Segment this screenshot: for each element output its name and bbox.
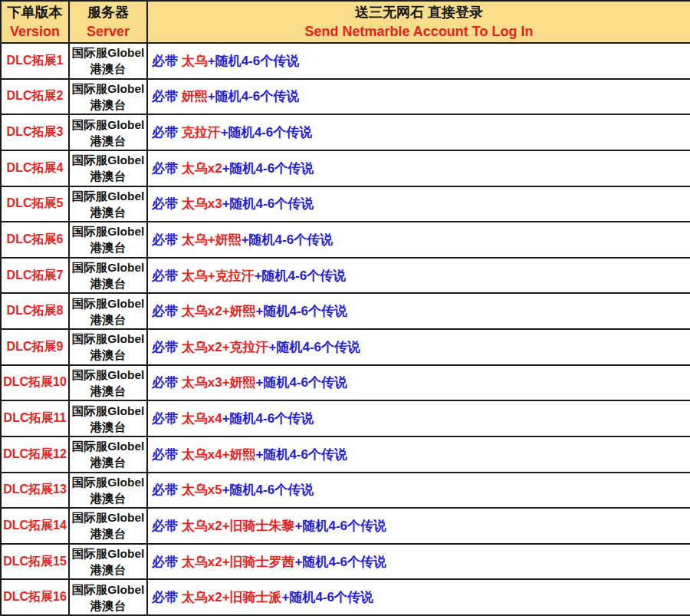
table-row: DLC拓展12 国际服Globel 港澳台 必带 太乌x4+妍熙+随机4-6个传… xyxy=(1,436,690,473)
description-prefix: 必带 xyxy=(152,196,182,211)
description-cell: 必带 妍熙+随机4-6个传说 xyxy=(147,79,690,115)
description-highlight: 太乌+妍熙 xyxy=(182,232,242,247)
table-row: DLC拓展4 国际服Globel 港澳台 必带 太乌x2+随机4-6个传说 xyxy=(1,150,690,186)
description-suffix: +随机4-6个传说 xyxy=(282,590,374,604)
table-row: DLC拓展3 国际服Globel 港澳台 必带 克拉汗+随机4-6个传说 xyxy=(1,114,690,150)
server-label-line2: 港澳台 xyxy=(70,454,146,470)
description-suffix: +随机4-6个传说 xyxy=(222,411,314,426)
server-label-line2: 港澳台 xyxy=(70,347,146,363)
server-cell: 国际服Globel 港澳台 xyxy=(69,114,147,150)
version-cell: DLC拓展14 xyxy=(1,508,69,544)
description-prefix: 必带 xyxy=(152,590,182,604)
table-row: DLC拓展5 国际服Globel 港澳台 必带 太乌x3+随机4-6个传说 xyxy=(1,186,690,222)
version-label: DLC拓展10 xyxy=(3,375,67,388)
description-suffix: +随机4-6个传说 xyxy=(295,555,387,569)
server-label-line2: 港澳台 xyxy=(70,419,146,435)
version-cell: DLC拓展13 xyxy=(1,473,69,509)
server-label-line1: 国际服Globel xyxy=(70,117,146,133)
description-prefix: 必带 xyxy=(152,411,182,426)
description-prefix: 必带 xyxy=(152,519,182,533)
description-highlight: 太乌x2+旧骑士罗茜 xyxy=(182,555,295,569)
description-highlight: 太乌 xyxy=(182,54,208,68)
server-cell: 国际服Globel 港澳台 xyxy=(69,150,147,186)
description-suffix: +随机4-6个传说 xyxy=(295,519,387,533)
table-row: DLC拓展2 国际服Globel 港澳台 必带 妍熙+随机4-6个传说 xyxy=(1,79,690,115)
description-highlight: 太乌x2+旧骑士派 xyxy=(182,590,282,604)
server-label-line1: 国际服Globel xyxy=(70,367,146,383)
description-suffix: +随机4-6个传说 xyxy=(222,483,314,497)
description-suffix: +随机4-6个传说 xyxy=(208,89,300,104)
description-highlight: 克拉汗 xyxy=(182,125,221,140)
table-row: DLC拓展10 国际服Globel 港澳台 必带 太乌x3+妍熙+随机4-6个传… xyxy=(1,365,690,401)
description-cell: 必带 太乌x2+随机4-6个传说 xyxy=(147,150,690,186)
server-label-line2: 港澳台 xyxy=(70,204,146,220)
description-highlight: 太乌x5 xyxy=(182,483,222,497)
version-label: DLC拓展7 xyxy=(7,268,64,282)
description-suffix: +随机4-6个传说 xyxy=(256,304,348,318)
version-label: DLC拓展4 xyxy=(7,161,64,174)
server-label-line2: 港澳台 xyxy=(70,598,146,614)
version-cell: DLC拓展2 xyxy=(1,79,69,115)
server-label-line1: 国际服Globel xyxy=(70,581,146,598)
version-label: DLC拓展2 xyxy=(7,89,64,102)
server-label-line2: 港澳台 xyxy=(70,525,146,542)
description-prefix: 必带 xyxy=(152,375,182,390)
description-cell: 必带 太乌x3+随机4-6个传说 xyxy=(147,186,690,222)
description-suffix: +随机4-6个传说 xyxy=(222,196,314,211)
description-highlight: 太乌+克拉汗 xyxy=(182,268,255,283)
server-label-line1: 国际服Globel xyxy=(70,331,146,347)
description-prefix: 必带 xyxy=(152,161,182,176)
server-label-line1: 国际服Globel xyxy=(70,81,146,97)
table-row: DLC拓展1 国际服Globel 港澳台 必带 太乌+随机4-6个传说 xyxy=(1,43,690,79)
server-label-line1: 国际服Globel xyxy=(70,403,146,419)
description-suffix: +随机4-6个传说 xyxy=(208,54,300,68)
server-label-line2: 港澳台 xyxy=(70,133,146,149)
server-label-line2: 港澳台 xyxy=(70,275,146,292)
server-cell: 国际服Globel 港澳台 xyxy=(69,365,147,401)
description-prefix: 必带 xyxy=(152,125,182,140)
header-server-en: Server xyxy=(70,22,146,41)
server-label-line1: 国际服Globel xyxy=(70,152,146,168)
server-label-line1: 国际服Globel xyxy=(70,509,146,525)
header-cell-server: 服务器 Server xyxy=(69,1,147,43)
version-label: DLC拓展6 xyxy=(7,232,64,245)
description-suffix: +随机4-6个传说 xyxy=(255,268,347,283)
description-suffix: +随机4-6个传说 xyxy=(221,125,313,140)
server-cell: 国际服Globel 港澳台 xyxy=(69,222,147,258)
description-suffix: +随机4-6个传说 xyxy=(256,375,348,390)
server-label-line2: 港澳台 xyxy=(70,97,146,113)
description-prefix: 必带 xyxy=(152,555,182,569)
description-prefix: 必带 xyxy=(152,268,182,283)
server-cell: 国际服Globel 港澳台 xyxy=(69,473,147,509)
version-label: DLC拓展8 xyxy=(7,304,64,317)
version-label: DLC拓展5 xyxy=(7,196,64,209)
description-suffix: +随机4-6个传说 xyxy=(222,161,314,176)
server-cell: 国际服Globel 港澳台 xyxy=(69,544,147,580)
description-prefix: 必带 xyxy=(152,304,182,318)
version-cell: DLC拓展7 xyxy=(1,258,69,294)
server-label-line2: 港澳台 xyxy=(70,383,146,399)
server-cell: 国际服Globel 港澳台 xyxy=(69,508,147,544)
description-prefix: 必带 xyxy=(152,447,182,462)
description-prefix: 必带 xyxy=(152,340,182,354)
version-cell: DLC拓展15 xyxy=(1,544,69,580)
server-cell: 国际服Globel 港澳台 xyxy=(69,579,147,615)
version-label: DLC拓展11 xyxy=(4,411,67,424)
table-row: DLC拓展13 国际服Globel 港澳台 必带 太乌x5+随机4-6个传说 xyxy=(1,473,690,509)
description-highlight: 太乌x3+妍熙 xyxy=(182,375,256,390)
description-prefix: 必带 xyxy=(152,89,182,104)
header-row: 下单版本 Version 服务器 Server 送三无网石 直接登录 Send … xyxy=(1,1,690,43)
table-body: DLC拓展1 国际服Globel 港澳台 必带 太乌+随机4-6个传说 DLC拓… xyxy=(1,43,690,615)
description-cell: 必带 太乌x2+旧骑士朱黎+随机4-6个传说 xyxy=(147,508,690,544)
description-cell: 必带 太乌x4+妍熙+随机4-6个传说 xyxy=(147,436,690,473)
server-cell: 国际服Globel 港澳台 xyxy=(69,329,147,365)
description-cell: 必带 太乌x5+随机4-6个传说 xyxy=(147,473,690,509)
server-label-line2: 港澳台 xyxy=(70,562,146,578)
server-cell: 国际服Globel 港澳台 xyxy=(69,293,147,329)
description-cell: 必带 太乌x2+旧骑士派+随机4-6个传说 xyxy=(147,579,690,615)
description-prefix: 必带 xyxy=(152,232,182,247)
table-row: DLC拓展15 国际服Globel 港澳台 必带 太乌x2+旧骑士罗茜+随机4-… xyxy=(1,544,690,580)
server-label-line1: 国际服Globel xyxy=(70,474,146,490)
table-header: 下单版本 Version 服务器 Server 送三无网石 直接登录 Send … xyxy=(1,1,690,43)
version-label: DLC拓展12 xyxy=(3,447,67,460)
